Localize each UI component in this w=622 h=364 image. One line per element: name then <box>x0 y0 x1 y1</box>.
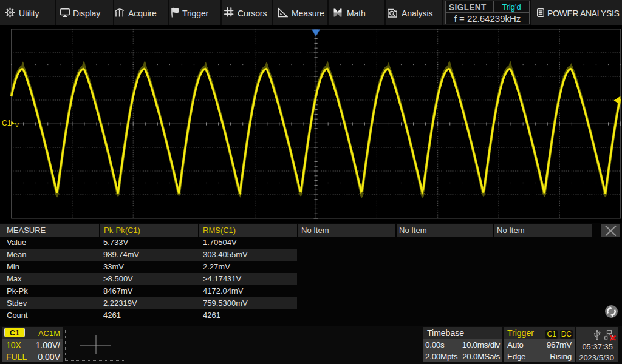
svg-text:V: V <box>15 122 19 129</box>
svg-text:C1: C1 <box>2 119 12 127</box>
